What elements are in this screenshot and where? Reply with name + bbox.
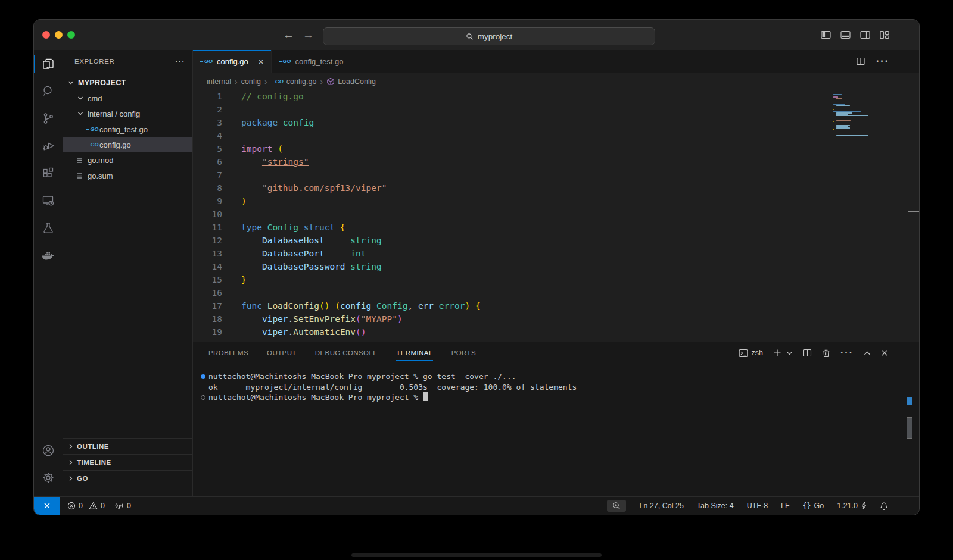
- code-line-17: 17func LoadConfig() (config Config, err …: [193, 299, 919, 312]
- error-count: 0: [79, 502, 83, 510]
- run-and-debug-icon[interactable]: [34, 132, 63, 159]
- tree-item-internal-config[interactable]: internal / config: [63, 106, 192, 121]
- command-decoration-hollow[interactable]: [201, 395, 205, 400]
- maximize-panel-icon[interactable]: [864, 350, 871, 356]
- account-icon[interactable]: [34, 437, 63, 464]
- code-line-15: 15}: [193, 273, 919, 286]
- breadcrumb-item-loadconfig[interactable]: LoadConfig: [326, 77, 376, 86]
- tree-item-config.go[interactable]: GOconfig.go: [63, 137, 192, 152]
- status-bar: 0 0 0 Ln 27, Col 25 Tab Size: 4 UTF-8 LF: [34, 496, 919, 515]
- panel-tab-ports[interactable]: PORTS: [451, 342, 476, 364]
- go-file-icon: GO: [271, 79, 284, 85]
- zoom-status-icon[interactable]: [607, 500, 626, 512]
- sidebar-section-go[interactable]: GO: [63, 470, 192, 486]
- line-number: 20: [193, 339, 222, 342]
- zoom-window-button[interactable]: [67, 31, 75, 39]
- tree-item-myproject[interactable]: MYPROJECT: [63, 75, 192, 90]
- tree-item-go.mod[interactable]: go.mod: [63, 152, 192, 168]
- sidebar-section-outline[interactable]: OUTLINE: [63, 438, 192, 454]
- editor-more-actions-icon[interactable]: ···: [876, 56, 889, 67]
- breadcrumb-separator: ›: [264, 77, 267, 86]
- minimap[interactable]: [833, 92, 910, 136]
- code-line-1: 1// config.go: [193, 90, 919, 103]
- code-line-5: 5import (: [193, 142, 919, 155]
- extensions-icon[interactable]: [34, 159, 63, 187]
- settings-gear-icon[interactable]: [34, 464, 63, 492]
- tree-item-cmd[interactable]: cmd: [63, 90, 192, 106]
- minimize-window-button[interactable]: [55, 31, 63, 39]
- source-control-icon[interactable]: [34, 105, 63, 132]
- close-panel-icon[interactable]: [881, 349, 888, 356]
- remote-indicator[interactable]: [34, 497, 60, 515]
- panel-tab-debug-console[interactable]: DEBUG CONSOLE: [315, 342, 378, 364]
- breadcrumb-item-config.go[interactable]: GOconfig.go: [271, 77, 317, 86]
- remote-explorer-icon[interactable]: [34, 187, 63, 214]
- forward-icon[interactable]: →: [303, 29, 314, 42]
- editor-tab-config_test.go[interactable]: GOconfig_test.go: [272, 50, 351, 73]
- go-file-icon: GO: [200, 59, 213, 64]
- code-line-3: 3package config: [193, 116, 919, 129]
- problems-status[interactable]: 0 0: [67, 502, 105, 510]
- go-version-status[interactable]: 1.21.0: [837, 502, 867, 510]
- explorer-more-actions-icon[interactable]: ···: [176, 57, 186, 65]
- terminal-icon: [739, 349, 748, 358]
- encoding-status[interactable]: UTF-8: [747, 502, 768, 510]
- language-mode[interactable]: {} Go: [803, 502, 824, 510]
- dock-hint: [351, 553, 602, 557]
- breadcrumb-separator: ›: [235, 77, 238, 86]
- close-tab-icon[interactable]: ×: [259, 57, 264, 67]
- indentation-status[interactable]: Tab Size: 4: [697, 502, 734, 510]
- code-line-6: 6 "strings": [193, 155, 919, 168]
- traffic-lights: [42, 31, 75, 39]
- new-terminal-icon[interactable]: [773, 349, 781, 357]
- testing-icon[interactable]: [34, 214, 63, 242]
- split-terminal-icon[interactable]: [803, 349, 812, 357]
- tree-item-config-test.go[interactable]: GOconfig_test.go: [63, 121, 192, 137]
- go-file-icon: GO: [279, 59, 291, 64]
- cursor-position[interactable]: Ln 27, Col 25: [639, 502, 683, 510]
- terminal-launch-chevron-icon[interactable]: [786, 350, 793, 356]
- toggle-secondary-sidebar-icon[interactable]: [860, 30, 870, 39]
- editor-tab-config.go[interactable]: GOconfig.go×: [193, 50, 272, 73]
- line-number: 13: [193, 247, 222, 260]
- line-number: 10: [193, 208, 222, 221]
- toggle-panel-icon[interactable]: [840, 30, 851, 39]
- line-number: 17: [193, 299, 222, 312]
- explorer-icon[interactable]: [34, 50, 63, 77]
- command-decoration-filled[interactable]: [201, 374, 205, 379]
- panel-more-actions-icon[interactable]: ···: [840, 348, 854, 358]
- breadcrumb-item-config[interactable]: config: [241, 77, 261, 86]
- breadcrumb: internal›config›GOconfig.go›LoadConfig: [193, 73, 919, 90]
- panel-tab-terminal[interactable]: TERMINAL: [396, 342, 432, 364]
- sidebar-section-timeline[interactable]: TIMELINE: [63, 454, 192, 470]
- toggle-primary-sidebar-icon[interactable]: [821, 30, 831, 39]
- terminal-scrollbar[interactable]: [907, 417, 912, 439]
- close-window-button[interactable]: [42, 31, 50, 39]
- kill-terminal-icon[interactable]: [822, 349, 830, 358]
- customize-layout-icon[interactable]: [880, 30, 889, 39]
- code-editor[interactable]: 1// config.go23package config45import (6…: [193, 90, 919, 342]
- panel-tab-output[interactable]: OUTPUT: [267, 342, 297, 364]
- terminal-output[interactable]: nuttachot@Machintoshs-MacBook-Pro myproj…: [193, 364, 919, 496]
- line-number: 12: [193, 234, 222, 247]
- tab-bar: GOconfig.go×GOconfig_test.go ···: [193, 50, 919, 73]
- search-view-icon[interactable]: [34, 77, 63, 105]
- command-center-label: myproject: [478, 32, 513, 41]
- line-number: 1: [193, 90, 222, 103]
- notifications-bell-icon[interactable]: [880, 502, 888, 511]
- panel-tab-problems[interactable]: PROBLEMS: [208, 342, 248, 364]
- broadcast-count: 0: [127, 502, 131, 510]
- activity-bar: [34, 50, 63, 496]
- back-icon[interactable]: ←: [283, 29, 294, 42]
- code-line-4: 4: [193, 129, 919, 142]
- tree-item-go.sum[interactable]: go.sum: [63, 168, 192, 183]
- terminal-profile[interactable]: zsh: [739, 349, 763, 358]
- code-line-13: 13 DatabasePort int: [193, 247, 919, 260]
- ports-status[interactable]: 0: [114, 502, 131, 510]
- vscode-window: ← → myproject: [33, 19, 920, 515]
- split-editor-icon[interactable]: [856, 57, 865, 66]
- command-center[interactable]: myproject: [323, 27, 655, 45]
- docker-icon[interactable]: [34, 242, 63, 269]
- eol-status[interactable]: LF: [781, 502, 790, 510]
- breadcrumb-item-internal[interactable]: internal: [207, 77, 231, 86]
